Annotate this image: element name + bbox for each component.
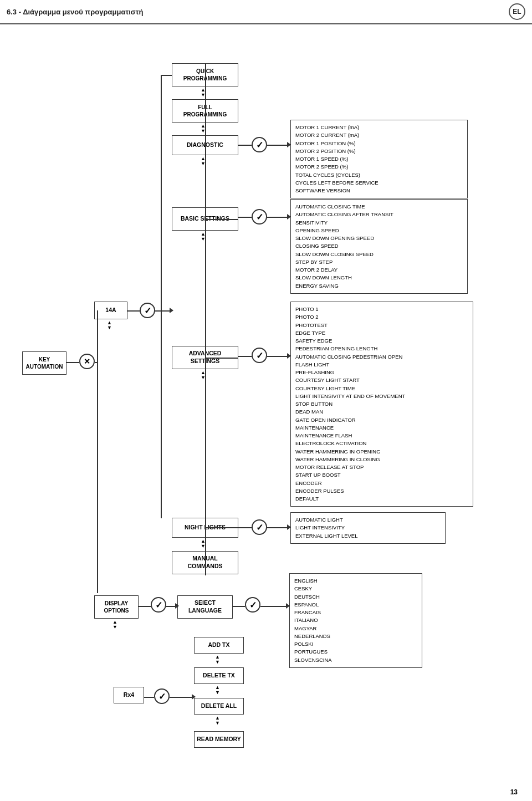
horiz-qp — [161, 75, 172, 76]
arrow-check-basic-list — [267, 217, 289, 218]
key-automation-box: KEY AUTOMATION — [22, 351, 66, 375]
select-language-box: SEIECT LANGUAGE — [177, 595, 233, 619]
horiz-bs-connect — [205, 219, 238, 220]
arrowhead-lang — [175, 603, 179, 609]
rx4-box: Rx4 — [114, 687, 144, 703]
vert-left-line — [161, 75, 162, 518]
arrow-adv-check — [238, 356, 252, 357]
horiz-key-spine — [95, 362, 97, 363]
horiz-as-connect — [205, 358, 238, 359]
arrow-check-diag-list — [267, 145, 289, 146]
add-tx-box: ADD TX — [194, 637, 244, 654]
arrow-check-adv-list — [267, 356, 289, 357]
page-container: 6.3 - Διάγραμμα μενού προγραμματιστή EL … — [0, 0, 532, 801]
diagnostic-list: MOTOR 1 CURRENT (mA) MOTOR 2 CURRENT (mA… — [290, 120, 468, 198]
key-automation-x[interactable]: ✕ — [79, 354, 95, 369]
display-options-box: DISPLAY OPTIONS — [94, 595, 139, 619]
vert-menu-line — [205, 63, 206, 575]
arrowhead-14a-right — [170, 308, 173, 313]
14a-check[interactable]: ✓ — [140, 303, 155, 318]
arrow-key-x — [66, 362, 79, 363]
arrow-check-night-list — [267, 527, 289, 528]
rx4-check[interactable]: ✓ — [154, 688, 170, 704]
delete-all-box: DELETE ALL — [194, 698, 244, 715]
arrow-lang-check — [233, 606, 245, 607]
arrow-langcheck-list — [260, 606, 288, 607]
arrow-rx4-check — [144, 697, 154, 698]
node-14a-box: 14A — [94, 302, 127, 319]
page-title: 6.3 - Διάγραμμα μενού προγραμματιστή — [7, 8, 144, 16]
14a-nav: ▲▼ — [107, 320, 112, 330]
arrow-disp-check — [139, 606, 151, 607]
diagram: QUICK PROGRAMMING ▲▼ FULL PROGRAMMING ▲▼… — [6, 35, 526, 800]
delete-tx-nav: ▲▼ — [215, 685, 220, 695]
arrow-rx4check-boxes — [170, 697, 194, 698]
add-tx-nav: ▲▼ — [215, 655, 220, 665]
basic-check[interactable]: ✓ — [252, 209, 267, 225]
lang-check[interactable]: ✓ — [245, 597, 260, 613]
delete-tx-box: DELETE TX — [194, 667, 244, 684]
page-header: 6.3 - Διάγραμμα μενού προγραμματιστή EL — [0, 0, 532, 24]
horiz-nl-connect — [205, 527, 238, 528]
select-language-list: ENGLISH CESKY DEUTSCH ESPANOL FRANCAIS I… — [289, 573, 422, 668]
arrow-diag-check — [238, 145, 252, 146]
page-number: 13 — [510, 788, 518, 796]
display-nav: ▲▼ — [112, 620, 117, 630]
advanced-check[interactable]: ✓ — [252, 348, 267, 363]
arrowhead-rx4 — [192, 694, 196, 700]
main-content: QUICK PROGRAMMING ▲▼ FULL PROGRAMMING ▲▼… — [0, 24, 532, 801]
language-badge: EL — [509, 3, 525, 20]
diagnostic-check[interactable]: ✓ — [252, 137, 267, 152]
night-lights-list: AUTOMATIC LIGHT LIGHT INTENSIVITY EXTERN… — [290, 512, 446, 544]
arrow-night-check — [238, 527, 252, 528]
arrow-14a-check — [127, 310, 140, 312]
basic-settings-list: AUTOMATIC CLOSING TIME AUTOMATIC CLOSING… — [290, 199, 468, 294]
night-check[interactable]: ✓ — [252, 519, 267, 535]
delete-all-nav: ▲▼ — [215, 716, 220, 726]
display-check[interactable]: ✓ — [151, 597, 166, 613]
arrow-basic-check — [238, 217, 252, 218]
advanced-settings-list: PHOTO 1 PHOTO 2 PHOTOTEST EDGE TYPE SAFE… — [290, 302, 473, 507]
read-memory-box: READ MEMORY — [194, 731, 244, 748]
vert-left-spine — [97, 310, 98, 593]
